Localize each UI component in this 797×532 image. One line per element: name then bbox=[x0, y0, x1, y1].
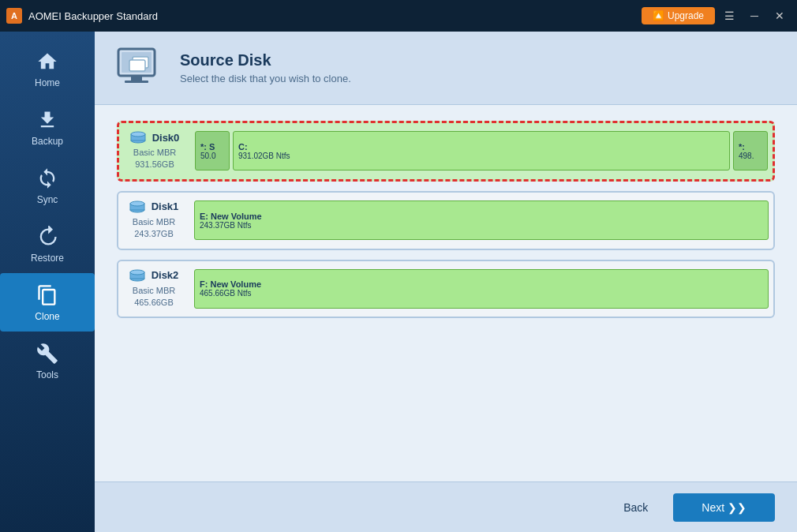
disk1-partition-e: E: New Volume 243.37GB Ntfs bbox=[194, 200, 769, 240]
disk0-partition-recovery: *: 498. bbox=[733, 131, 768, 170]
back-button[interactable]: Back bbox=[608, 495, 664, 520]
disk1-icon bbox=[129, 200, 145, 213]
sidebar-label-backup: Backup bbox=[32, 136, 63, 147]
disk-item-disk2[interactable]: Disk2 Basic MBR 465.66GB F: New Volume 4… bbox=[117, 260, 775, 319]
disk0-partitions: *: S 50.0 C: 931.02GB Ntfs *: 498. bbox=[190, 123, 773, 179]
tools-icon bbox=[35, 341, 60, 366]
svg-rect-3 bbox=[125, 81, 148, 83]
page-header: Source Disk Select the disk that you wis… bbox=[95, 32, 797, 105]
disk1-meta: Basic MBR 243.37GB bbox=[133, 216, 175, 241]
sidebar-item-backup[interactable]: Backup bbox=[0, 98, 95, 156]
close-button[interactable]: ✕ bbox=[769, 5, 791, 27]
disk1-partitions: E: New Volume 243.37GB Ntfs bbox=[189, 193, 773, 249]
disk0-meta: Basic MBR 931.56GB bbox=[133, 147, 176, 171]
restore-icon bbox=[35, 224, 60, 249]
sidebar: Home Backup Sync Restore Clone bbox=[0, 32, 95, 532]
next-button[interactable]: Next ❯❯ bbox=[673, 493, 775, 522]
disk0-name: Disk0 bbox=[152, 132, 180, 144]
disk2-partitions: F: New Volume 465.66GB Ntfs bbox=[189, 261, 773, 317]
titlebar: A AOMEI Backupper Standard 🔼 Upgrade ☰ ─… bbox=[0, 0, 797, 32]
disk0-partition-system: *: S 50.0 bbox=[195, 131, 230, 170]
backup-icon bbox=[35, 107, 60, 133]
svg-rect-2 bbox=[131, 76, 142, 81]
sidebar-item-clone[interactable]: Clone bbox=[0, 273, 95, 332]
sidebar-label-sync: Sync bbox=[37, 194, 58, 205]
sidebar-item-restore[interactable]: Restore bbox=[0, 215, 95, 273]
disk2-info: Disk2 Basic MBR 465.66GB bbox=[118, 261, 189, 317]
svg-point-11 bbox=[130, 201, 144, 206]
svg-point-8 bbox=[131, 132, 145, 137]
footer: Back Next ❯❯ bbox=[95, 481, 797, 532]
disk-item-disk0[interactable]: Disk0 Basic MBR 931.56GB *: S 50.0 bbox=[117, 121, 775, 182]
sidebar-label-home: Home bbox=[35, 77, 60, 88]
disk0-icon bbox=[130, 131, 146, 144]
sidebar-label-tools: Tools bbox=[36, 369, 58, 380]
sidebar-item-tools[interactable]: Tools bbox=[0, 332, 95, 390]
disk2-name: Disk2 bbox=[152, 269, 179, 281]
disk0-info: Disk0 Basic MBR 931.56GB bbox=[119, 123, 190, 179]
clone-icon bbox=[35, 283, 60, 308]
sidebar-item-sync[interactable]: Sync bbox=[0, 156, 95, 215]
sidebar-item-home[interactable]: Home bbox=[0, 39, 95, 98]
disk2-meta: Basic MBR 465.66GB bbox=[133, 285, 175, 309]
titlebar-left: A AOMEI Backupper Standard bbox=[6, 8, 158, 24]
disk2-icon bbox=[129, 269, 145, 282]
upgrade-icon: 🔼 bbox=[653, 10, 664, 21]
home-icon bbox=[35, 49, 60, 74]
content-area: Source Disk Select the disk that you wis… bbox=[95, 32, 797, 532]
menu-button[interactable]: ☰ bbox=[718, 5, 740, 27]
main-layout: Home Backup Sync Restore Clone bbox=[0, 32, 797, 532]
disk-list: Disk0 Basic MBR 931.56GB *: S 50.0 bbox=[95, 105, 797, 481]
disk1-name: Disk1 bbox=[152, 200, 179, 212]
disk-item-disk1[interactable]: Disk1 Basic MBR 243.37GB E: New Volume 2… bbox=[117, 191, 775, 250]
sidebar-label-restore: Restore bbox=[31, 253, 64, 264]
sync-icon bbox=[35, 166, 60, 191]
page-header-text: Source Disk Select the disk that you wis… bbox=[180, 51, 351, 84]
disk0-icon-wrap: Disk0 bbox=[130, 131, 180, 144]
svg-point-14 bbox=[130, 270, 144, 275]
sidebar-label-clone: Clone bbox=[35, 311, 59, 322]
disk1-icon-wrap: Disk1 bbox=[129, 200, 179, 213]
upgrade-button[interactable]: 🔼 Upgrade bbox=[642, 7, 715, 24]
disk2-icon-wrap: Disk2 bbox=[129, 269, 179, 282]
disk0-partition-c: C: 931.02GB Ntfs bbox=[233, 131, 730, 170]
page-title: Source Disk bbox=[180, 51, 351, 69]
source-disk-illustration bbox=[114, 46, 164, 90]
page-subtitle: Select the disk that you wish to clone. bbox=[180, 73, 351, 84]
titlebar-controls: 🔼 Upgrade ☰ ─ ✕ bbox=[642, 5, 791, 27]
page-header-icon bbox=[114, 46, 164, 90]
svg-rect-5 bbox=[129, 60, 145, 71]
app-title: AOMEI Backupper Standard bbox=[28, 10, 158, 22]
disk1-info: Disk1 Basic MBR 243.37GB bbox=[118, 193, 189, 249]
disk2-partition-f: F: New Volume 465.66GB Ntfs bbox=[194, 269, 769, 309]
app-icon: A bbox=[6, 8, 22, 24]
minimize-button[interactable]: ─ bbox=[743, 5, 765, 27]
